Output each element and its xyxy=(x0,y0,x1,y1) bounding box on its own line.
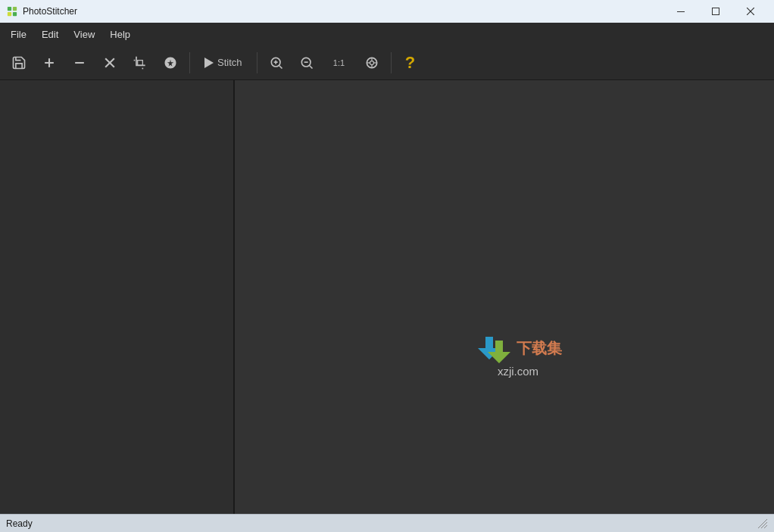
stitch-button[interactable]: Stitch xyxy=(195,49,252,76)
watermark-sub-text: xzji.com xyxy=(498,365,538,378)
separator-2 xyxy=(257,52,257,73)
zoom-in-button[interactable] xyxy=(262,49,291,76)
menu-view[interactable]: View xyxy=(66,26,102,43)
svg-point-22 xyxy=(370,61,373,64)
menu-help[interactable]: Help xyxy=(102,26,138,43)
svg-rect-5 xyxy=(713,8,719,15)
window-controls xyxy=(663,0,768,23)
resize-grip xyxy=(757,518,768,529)
delete-button[interactable] xyxy=(95,49,124,76)
app-title: PhotoStitcher xyxy=(23,6,77,17)
svg-rect-13 xyxy=(138,60,143,65)
svg-line-17 xyxy=(279,65,282,68)
title-bar: PhotoStitcher xyxy=(0,0,774,23)
zoom-fit-button[interactable] xyxy=(357,49,386,76)
play-icon xyxy=(204,58,214,68)
toolbar: Stitch 1:1 ? xyxy=(0,45,774,80)
crop-button[interactable] xyxy=(126,49,154,76)
svg-rect-0 xyxy=(8,7,11,11)
svg-rect-3 xyxy=(13,12,17,16)
status-text: Ready xyxy=(6,518,33,529)
main-area: 下载集 xzji.com xyxy=(0,80,774,514)
watermark-main-text: 下载集 xyxy=(517,338,562,359)
separator-1 xyxy=(189,52,190,73)
zoom-actual-button[interactable]: 1:1 xyxy=(323,49,356,76)
left-panel xyxy=(0,80,235,514)
title-bar-left: PhotoStitcher xyxy=(6,5,77,17)
help-button[interactable]: ? xyxy=(396,49,425,76)
app-icon xyxy=(6,5,18,17)
add-button[interactable] xyxy=(35,49,64,76)
stitch-label: Stitch xyxy=(217,57,242,68)
watermark-logo: 下载集 xyxy=(474,333,562,363)
svg-rect-1 xyxy=(13,7,17,11)
warp-button[interactable] xyxy=(156,49,185,76)
menu-bar: File Edit View Help xyxy=(0,23,774,45)
minimize-button[interactable] xyxy=(663,0,698,23)
help-label: ? xyxy=(405,53,415,73)
svg-line-30 xyxy=(761,522,767,528)
remove-button[interactable] xyxy=(65,49,94,76)
svg-rect-4 xyxy=(677,11,685,12)
close-button[interactable] xyxy=(733,0,768,23)
save-button[interactable] xyxy=(5,49,33,76)
watermark: 下载集 xzji.com xyxy=(474,333,562,378)
canvas-area: 下载集 xzji.com xyxy=(235,80,774,514)
svg-line-20 xyxy=(309,65,312,68)
menu-edit[interactable]: Edit xyxy=(34,26,66,43)
separator-3 xyxy=(391,52,392,73)
status-bar: Ready xyxy=(0,514,774,532)
maximize-button[interactable] xyxy=(698,0,733,23)
svg-rect-2 xyxy=(8,12,11,16)
svg-line-31 xyxy=(764,525,767,528)
menu-file[interactable]: File xyxy=(3,26,34,43)
zoom-out-button[interactable] xyxy=(292,49,321,76)
